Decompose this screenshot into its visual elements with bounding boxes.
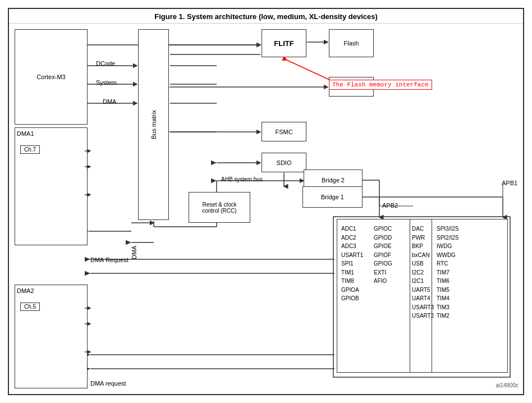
flash-box: Flash — [329, 29, 374, 57]
busmatrix-box: Bus matrix — [138, 29, 169, 220]
dma-vert-label: DMA — [131, 214, 137, 259]
cortex-label: Cortex-M3 — [36, 74, 65, 80]
sdio-box: SDIO — [262, 153, 306, 172]
ahb-label: AHB system bus — [221, 176, 263, 182]
dma2-box — [15, 285, 88, 388]
dma2-channels: Ch.1 Ch.2 · Ch.5 — [20, 301, 22, 310]
system-label: System — [96, 79, 117, 86]
flitf-box: FLITF — [262, 29, 306, 57]
dma1-channels: Ch.1 Ch.2 · Ch.7 — [20, 144, 22, 153]
dma1-label: DMA1 — [17, 130, 34, 137]
rcc-box: Reset & clockcontrol (RCC) — [189, 192, 250, 223]
apb2-label: APB2 — [382, 202, 398, 209]
rcc-label: Reset & clockcontrol (RCC) — [202, 202, 236, 214]
dcode-label: DCode — [96, 60, 115, 67]
diagram-container: Figure 1. System architecture (low, medi… — [8, 8, 524, 395]
dma2-label: DMA2 — [17, 287, 34, 294]
watermark: ai14800c — [496, 382, 519, 388]
fsmc-box: FSMC — [262, 122, 306, 141]
cortex-box: Cortex-M3 — [15, 29, 88, 125]
dma-request2-label: DMA request — [90, 380, 126, 387]
dma1-ch7: Ch.7 — [20, 145, 40, 154]
dma2-ch5: Ch.5 — [20, 303, 40, 311]
diagram-area: ICode DCode System DMA Cortex-M3 DMA1 Ch… — [9, 24, 523, 391]
apb1-label: APB1 — [502, 180, 517, 186]
figure-title: Figure 1. System architecture (low, medi… — [9, 9, 523, 24]
dma-label: DMA — [103, 98, 116, 105]
apb1-inner-box — [410, 219, 508, 373]
bridge1-box: Bridge 1 — [302, 186, 363, 208]
flash-interface-label: The Flash memory interface — [329, 80, 432, 90]
dma-request1-label: DMA Request — [90, 257, 129, 263]
